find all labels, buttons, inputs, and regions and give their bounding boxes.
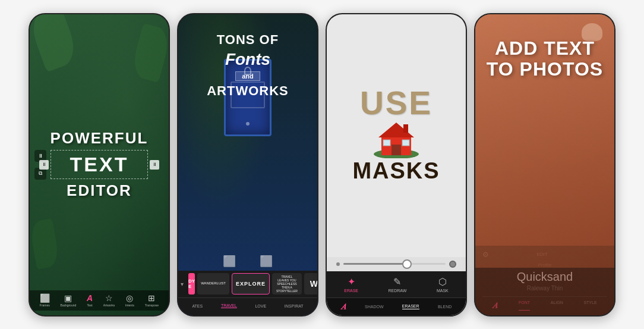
text-label-box[interactable]: ⏸ TEXT ⏸ bbox=[50, 150, 149, 179]
mask-icon: ⬡ bbox=[438, 276, 447, 287]
slider-max-dot bbox=[449, 261, 456, 268]
editor-label: EDITOR bbox=[50, 181, 149, 200]
redraw-tool[interactable]: ✎ REDRAW bbox=[389, 276, 407, 293]
frames-icon[interactable]: ⬜ Frames bbox=[40, 294, 50, 307]
screen3-content: USE MASKS bbox=[327, 14, 466, 257]
svg-rect-3 bbox=[392, 145, 401, 155]
text-a-icon: 𝐴 bbox=[341, 302, 346, 312]
screen4-main-text: ADD TEXT TO PHOTOS bbox=[475, 14, 614, 246]
use-label: USE bbox=[360, 87, 433, 120]
handle-left[interactable]: ⏸ bbox=[39, 160, 49, 170]
slider-thumb[interactable] bbox=[402, 259, 412, 269]
intents-icon[interactable]: ◎ Intents bbox=[125, 294, 134, 307]
screen1-background: ⏸ ⧉ POWERFUL ⏸ TEXT ⏸ EDITOR ⬜ Frames ▣ … bbox=[30, 14, 169, 315]
phone-screen-3: USE MASKS bbox=[326, 13, 467, 317]
text-icon[interactable]: A Text bbox=[87, 294, 93, 307]
artworks-icon[interactable]: ☆ Artworks bbox=[103, 294, 115, 307]
svg-marker-2 bbox=[378, 123, 414, 137]
opacity-slider bbox=[327, 257, 466, 271]
and-badge: and bbox=[235, 71, 260, 81]
erase-tool[interactable]: ✦ ERASE bbox=[344, 276, 358, 293]
powerful-label: POWERFUL bbox=[50, 129, 149, 148]
tons-of-label: TONS OF bbox=[188, 32, 308, 48]
tab-eraser[interactable]: ERASER bbox=[402, 304, 419, 309]
artworks-label: ARTWORKS bbox=[188, 83, 308, 99]
mask-tool[interactable]: ⬡ MASK bbox=[437, 276, 449, 293]
screen3-background: USE MASKS bbox=[327, 14, 466, 315]
phone-screen-2: TONS OF Fonts and ARTWORKS ⬜ ⬜ ▾ DYE WAN… bbox=[177, 13, 318, 317]
svg-rect-5 bbox=[402, 140, 409, 146]
screen1-bottom-toolbar: ⬜ Frames ▣ Background A Text ☆ Artworks … bbox=[30, 290, 169, 311]
transpose-icon[interactable]: ⊞ Transpose bbox=[145, 294, 159, 307]
copy-icon: ⧉ bbox=[34, 168, 46, 180]
svg-rect-4 bbox=[383, 140, 390, 146]
house-illustration bbox=[372, 120, 420, 158]
text-word: TEXT bbox=[61, 153, 138, 176]
redraw-icon: ✎ bbox=[393, 276, 401, 287]
handle-right[interactable]: ⏸ bbox=[150, 160, 159, 170]
slider-fill bbox=[343, 263, 410, 265]
slider-min-dot bbox=[336, 262, 340, 266]
masks-label: MASKS bbox=[352, 158, 440, 184]
svg-rect-6 bbox=[403, 124, 408, 133]
screen1-main-text: POWERFUL ⏸ TEXT ⏸ EDITOR bbox=[50, 129, 149, 200]
tab-blend[interactable]: BLEND bbox=[438, 305, 452, 309]
add-text-label: ADD TEXT TO PHOTOS bbox=[485, 38, 605, 80]
background-icon[interactable]: ▣ Background bbox=[61, 294, 77, 307]
fonts-label: Fonts bbox=[188, 50, 308, 69]
screen4-background: ADD TEXT TO PHOTOS ⚙ EDIT Profile Quicks… bbox=[475, 14, 614, 315]
tab-shadow[interactable]: SHADOW bbox=[365, 305, 384, 309]
slider-track[interactable] bbox=[343, 263, 446, 265]
tools-row: ✦ ERASE ✎ REDRAW ⬡ MASK bbox=[327, 271, 466, 297]
erase-icon: ✦ bbox=[348, 276, 355, 287]
screen2-background: TONS OF Fonts and ARTWORKS ⬜ ⬜ ▾ DYE WAN… bbox=[178, 14, 317, 315]
phone-screen-1: ⏸ ⧉ POWERFUL ⏸ TEXT ⏸ EDITOR ⬜ Frames ▣ … bbox=[29, 13, 170, 317]
screen2-main-text: TONS OF Fonts and ARTWORKS bbox=[178, 14, 317, 315]
screen3-bottom-tabs: 𝐴 SHADOW ERASER BLEND bbox=[327, 297, 466, 315]
phone-screen-4: ADD TEXT TO PHOTOS ⚙ EDIT Profile Quicks… bbox=[474, 13, 615, 317]
